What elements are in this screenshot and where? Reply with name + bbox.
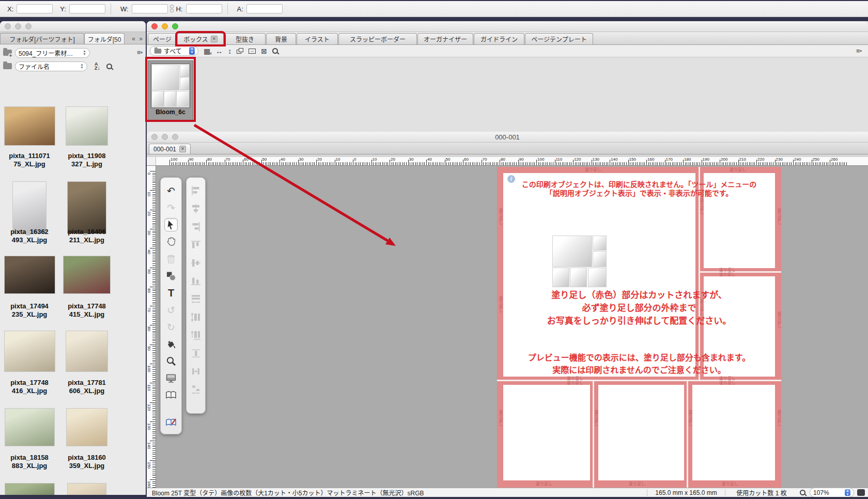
fuzzy-search-icon[interactable]: ▦✕ — [204, 47, 210, 55]
photo-thumbnail[interactable] — [13, 182, 46, 233]
equal-width-icon[interactable] — [190, 366, 202, 377]
zoom-tool-icon[interactable] — [164, 354, 178, 368]
photo-thumbnail[interactable] — [5, 331, 55, 371]
canvas[interactable]: ↶↷T↺↻ i この印刷オブジェクトは、印刷に反映されません。「ツール」メニュー… — [156, 166, 868, 488]
bring-forward-icon[interactable] — [237, 48, 243, 54]
rotate-ccw-icon[interactable]: ↺ — [164, 303, 178, 317]
distribute-h-icon[interactable] — [190, 293, 202, 305]
palette-tab-6[interactable]: オーガナイザー — [417, 33, 473, 44]
palette-tab-2[interactable]: 型抜き — [224, 33, 266, 44]
hand-icon[interactable] — [164, 235, 178, 248]
palette-options-icon[interactable]: ≡▾ — [856, 48, 862, 54]
photo-thumbnail[interactable] — [5, 484, 54, 495]
zoom-select[interactable]: 107% ▲▼ — [810, 488, 854, 497]
photo-thumbnail[interactable] — [68, 484, 106, 495]
palette-tab-0[interactable]: ページ — [148, 33, 177, 44]
x-field[interactable] — [17, 4, 53, 13]
photo-thumbnail[interactable] — [68, 182, 106, 233]
minimize-button[interactable] — [15, 23, 21, 29]
palette-tab-5[interactable]: スラッピーボーダー — [338, 33, 417, 44]
align-left-icon[interactable] — [190, 185, 202, 196]
close-button[interactable] — [5, 23, 11, 29]
sort-select[interactable]: ファイル名 ▲▼ — [15, 61, 87, 71]
search-icon[interactable] — [272, 48, 278, 54]
palette-tab-3[interactable]: 背景 — [266, 33, 296, 44]
flip-vertical-icon[interactable]: ↕ — [228, 47, 231, 55]
book-view-icon[interactable] — [164, 388, 178, 402]
photo-box-bottom-left[interactable] — [503, 385, 590, 480]
photo-thumbnail[interactable] — [66, 107, 107, 145]
tab-folder-50[interactable]: フォルダ[50 — [84, 33, 125, 44]
folder-select[interactable]: 5094_フリー素材… ▲▼ — [15, 48, 90, 58]
add-folder-icon[interactable] — [3, 50, 12, 56]
photo-thumbnail[interactable] — [5, 107, 55, 145]
bleed-gap — [700, 271, 781, 273]
palette-tab-4[interactable]: イラスト — [297, 33, 338, 44]
clear-box-icon[interactable]: ⊠ — [261, 47, 267, 55]
close-tab-icon[interactable]: ✕ — [179, 146, 186, 152]
zoom-icon[interactable] — [800, 490, 805, 495]
a-field[interactable] — [246, 4, 283, 13]
flip-horizontal-icon[interactable]: ↔ — [215, 47, 223, 55]
filter-select[interactable]: すべて ▲▼ — [150, 46, 198, 56]
undo-icon[interactable]: ↶ — [164, 184, 178, 197]
photo-filename: pixta_17781606_XL.jpg — [56, 379, 118, 395]
template-label: Bloom_6c — [156, 108, 185, 116]
ink-bottle-icon[interactable] — [164, 337, 178, 351]
search-icon[interactable] — [106, 64, 112, 69]
sort-az-icon[interactable]: AZ↓ — [95, 63, 100, 70]
text-tool-icon[interactable]: T — [164, 286, 178, 300]
minimize-button[interactable] — [162, 23, 168, 29]
photo-box-bottom-middle[interactable] — [598, 385, 684, 480]
tab-overflow-chevrons[interactable]: « » — [132, 35, 144, 42]
palette-tab-8[interactable]: ページテンプレート — [525, 33, 593, 44]
align-top-icon[interactable] — [190, 239, 202, 251]
trash-icon[interactable] — [164, 252, 178, 266]
close-button[interactable] — [151, 23, 158, 29]
palette-tab-1[interactable]: ボックス✕ — [177, 33, 224, 44]
align-right-icon[interactable] — [190, 221, 202, 232]
photo-thumbnail[interactable] — [66, 331, 107, 371]
y-field[interactable] — [69, 4, 105, 13]
rotate-cw-icon[interactable]: ↻ — [164, 320, 178, 334]
zoom-button[interactable] — [172, 134, 178, 140]
center-vertical-icon[interactable] — [190, 348, 202, 359]
photo-filename: pixta_16406211_XL.jpg — [56, 228, 118, 244]
photo-thumbnail[interactable] — [67, 409, 107, 446]
h-field[interactable] — [186, 4, 222, 13]
book-edit-icon[interactable] — [164, 415, 178, 429]
folder-icon — [3, 63, 12, 69]
photo-thumbnail[interactable] — [5, 409, 54, 446]
w-field[interactable] — [132, 4, 168, 13]
fit-box-icon[interactable]: ↔ — [249, 49, 256, 54]
close-tab-icon[interactable]: ✕ — [211, 36, 218, 42]
equal-height-icon[interactable] — [190, 311, 202, 323]
photo-box-bottom-right[interactable] — [692, 385, 775, 480]
align-middle-icon[interactable] — [190, 257, 202, 269]
tab-000-001[interactable]: 000-001 ✕ — [149, 144, 191, 154]
status-toggle-icon[interactable] — [857, 489, 865, 496]
close-button[interactable] — [151, 134, 158, 140]
link-wh-icon[interactable] — [170, 5, 174, 13]
equal-size-icon[interactable] — [190, 330, 202, 341]
preview-monitor-icon[interactable] — [164, 371, 178, 385]
list-options-icon[interactable]: ≡▾ — [137, 50, 143, 56]
redo-icon[interactable]: ↷ — [164, 201, 178, 214]
vertical-ruler: 0102030405060708090100110120130140150160 — [147, 166, 156, 488]
template-item-bloom-6c[interactable]: Bloom_6c — [148, 60, 193, 121]
photo-thumbnail[interactable] — [64, 256, 110, 293]
select-cursor-icon[interactable] — [164, 218, 178, 231]
zoom-button[interactable] — [172, 23, 178, 29]
palette-tab-7[interactable]: ガイドライン — [474, 33, 524, 44]
dragged-template-preview[interactable] — [552, 235, 607, 288]
photo-thumbnail[interactable] — [5, 256, 55, 293]
zoom-button[interactable] — [25, 23, 32, 29]
minimize-button[interactable] — [162, 134, 168, 140]
bleed-label: 塗り足し — [719, 381, 736, 385]
shapes-icon[interactable] — [164, 269, 178, 283]
tab-folder-parts-photo[interactable]: フォルダ[パーツフォト] — [0, 33, 84, 44]
align-center-h-icon[interactable] — [190, 203, 202, 214]
document-info-text: Bloom 25T 変型（タテ）画像の枚数（大1カット・小5カット）マットラミネ… — [152, 488, 424, 497]
align-bottom-icon[interactable] — [190, 275, 202, 287]
distribute-gap-icon[interactable] — [190, 384, 202, 395]
